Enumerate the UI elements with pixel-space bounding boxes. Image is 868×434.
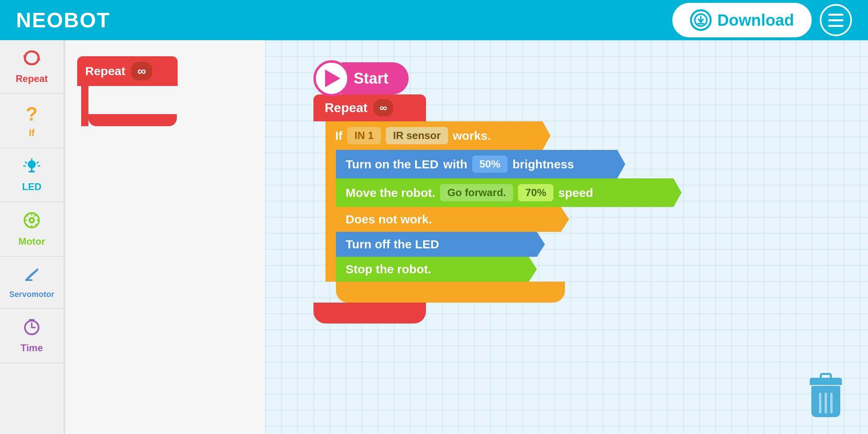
if-block-wrapper: If IN 1 IR sensor works. Turn on the LED…: [326, 121, 682, 303]
led-icon: [23, 157, 41, 179]
sidebar: Repeat ? If LED: [0, 40, 64, 434]
palette-infinity-badge: ∞: [131, 62, 152, 80]
stop-robot-block[interactable]: Stop the robot.: [336, 257, 537, 282]
play-icon: [325, 70, 340, 87]
palette-area: Repeat ∞: [64, 40, 265, 434]
turn-on-led-label: Turn on the LED: [346, 158, 438, 171]
move-robot-label: Move the robot.: [346, 186, 435, 200]
svg-point-3: [28, 160, 36, 168]
sidebar-item-if[interactable]: ? If: [0, 94, 63, 148]
sidebar-servomotor-label: Servomotor: [9, 290, 54, 299]
sidebar-item-repeat[interactable]: Repeat: [0, 40, 63, 94]
sidebar-motor-label: Motor: [18, 236, 45, 247]
servomotor-icon: [23, 266, 41, 287]
outer-repeat-label: Repeat: [325, 100, 368, 115]
outer-infinity-badge: ∞: [373, 99, 394, 117]
start-circle: [313, 60, 350, 96]
if-inner-blocks: Turn on the LED with 50% brightness Move…: [336, 150, 682, 303]
menu-button[interactable]: [820, 4, 852, 36]
does-not-work-block[interactable]: Does not work.: [336, 207, 569, 232]
download-label: Download: [717, 11, 794, 29]
sidebar-item-servomotor[interactable]: Servomotor: [0, 257, 63, 309]
header: NEOBOT Download: [0, 0, 868, 40]
in1-badge: IN 1: [347, 127, 381, 144]
svg-marker-1: [23, 55, 27, 59]
turn-off-led-block[interactable]: Turn off the LED: [336, 232, 545, 257]
stop-robot-label: Stop the robot.: [346, 262, 431, 276]
move-robot-block[interactable]: Move the robot. Go forward. 70% speed: [336, 178, 682, 207]
if-block-header[interactable]: If IN 1 IR sensor works.: [326, 121, 551, 150]
motor-icon: [23, 211, 41, 233]
start-block[interactable]: Start: [313, 60, 682, 96]
if-left-bar: [326, 146, 336, 282]
repeat-icon: [22, 49, 42, 71]
turn-on-led-block[interactable]: Turn on the LED with 50% brightness: [336, 150, 625, 178]
svg-point-6: [31, 219, 33, 221]
with-label: with: [443, 158, 467, 171]
speed-percent-badge: 70%: [518, 184, 553, 201]
if-icon: ?: [26, 103, 37, 125]
menu-icon: [828, 14, 843, 27]
does-not-work-label: Does not work.: [346, 213, 432, 226]
palette-repeat-label: Repeat: [85, 64, 125, 78]
inner-blocks: If IN 1 IR sensor works. Turn on the LED…: [326, 121, 682, 303]
sidebar-repeat-label: Repeat: [16, 73, 48, 84]
palette-repeat-block[interactable]: Repeat ∞: [77, 56, 178, 126]
sidebar-item-motor[interactable]: Motor: [0, 202, 63, 257]
svg-marker-2: [37, 57, 41, 60]
brightness-label: brightness: [512, 158, 574, 171]
trash-button[interactable]: [808, 378, 844, 418]
outer-repeat-bottom: [313, 303, 426, 323]
header-right: Download: [672, 3, 852, 37]
if-label: If: [335, 129, 342, 143]
start-label: Start: [342, 62, 409, 94]
trash-icon: [808, 378, 844, 417]
works-label: works.: [453, 129, 491, 143]
time-icon: [23, 317, 41, 340]
download-icon: [690, 9, 712, 31]
sidebar-item-time[interactable]: Time: [0, 309, 63, 363]
outer-repeat-block[interactable]: Repeat ∞ If IN 1 IR sensor works.: [313, 94, 682, 323]
speed-label: speed: [558, 186, 593, 200]
sidebar-time-label: Time: [20, 342, 43, 354]
sidebar-item-led[interactable]: LED: [0, 148, 63, 202]
turn-off-led-label: Turn off the LED: [346, 237, 439, 251]
outer-repeat-top: Repeat ∞: [313, 94, 426, 121]
if-bottom-cap: [336, 282, 565, 303]
code-blocks-area: Start Repeat ∞ If IN 1 IR sen: [313, 60, 682, 323]
sidebar-led-label: LED: [22, 181, 41, 192]
code-canvas: Start Repeat ∞ If IN 1 IR sen: [265, 40, 868, 434]
sidebar-if-label: If: [29, 127, 35, 139]
go-forward-badge: Go forward.: [440, 184, 513, 201]
logo: NEOBOT: [16, 8, 110, 32]
palette-repeat-top: Repeat ∞: [77, 56, 178, 86]
main-layout: Repeat ? If LED: [0, 40, 868, 434]
brightness-percent-badge: 50%: [472, 156, 508, 173]
ir-sensor-badge: IR sensor: [386, 127, 448, 144]
download-button[interactable]: Download: [672, 3, 812, 37]
